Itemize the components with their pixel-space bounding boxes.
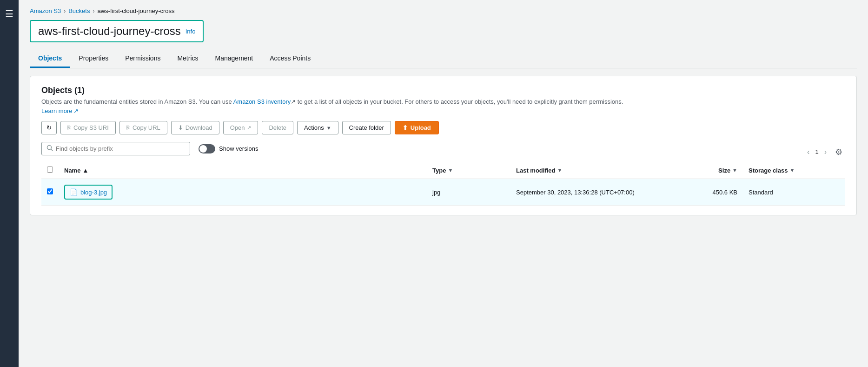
copy-s3-uri-button[interactable]: ⎘ Copy S3 URI — [60, 121, 116, 134]
search-filter-row: Show versions — [41, 142, 258, 155]
toggle-thumb — [199, 145, 207, 153]
tabs: Objects Properties Permissions Metrics M… — [30, 50, 857, 68]
upload-icon: ⬆ — [403, 124, 408, 131]
breadcrumb: Amazon S3 › Buckets › aws-first-cloud-jo… — [30, 7, 857, 14]
prev-page-button[interactable]: ‹ — [804, 147, 812, 157]
file-link[interactable]: blog-3.jpg — [80, 189, 107, 196]
next-page-button[interactable]: › — [822, 147, 829, 157]
select-all-col — [41, 162, 59, 179]
row-lastmod-cell: September 30, 2023, 13:36:28 (UTC+07:00) — [510, 179, 650, 206]
actions-button[interactable]: Actions ▼ — [297, 121, 338, 134]
sidebar: ☰ — [0, 0, 19, 367]
breadcrumb-sep-2: › — [93, 8, 94, 14]
row-checkbox-cell — [41, 179, 59, 206]
bucket-title-box: aws-first-cloud-journey-cross Info — [30, 20, 204, 42]
tab-access-points[interactable]: Access Points — [261, 50, 319, 68]
create-folder-button[interactable]: Create folder — [342, 121, 391, 134]
refresh-icon: ↻ — [46, 124, 52, 131]
panel-desc: Objects are the fundamental entities sto… — [41, 98, 845, 105]
row-storage-cell: Standard — [743, 179, 845, 206]
col-header-name[interactable]: Name ▲ — [59, 162, 427, 179]
row-size-cell: 450.6 KB — [650, 179, 743, 206]
svg-line-1 — [51, 149, 53, 151]
page-number: 1 — [815, 148, 818, 155]
search-icon — [46, 145, 53, 153]
inventory-link[interactable]: Amazon S3 inventory — [233, 98, 291, 105]
upload-button[interactable]: ⬆ Upload — [395, 121, 439, 134]
breadcrumb-buckets[interactable]: Buckets — [68, 7, 90, 14]
table-row: 📄 blog-3.jpg jpg September 30, 2023, 13:… — [41, 179, 845, 206]
file-icon: 📄 — [70, 188, 78, 196]
copy-url-button[interactable]: ⎘ Copy URL — [119, 121, 167, 134]
breadcrumb-sep-1: › — [64, 8, 66, 14]
delete-button[interactable]: Delete — [262, 121, 293, 134]
filter-pagination-row: Show versions ‹ 1 › ⚙ — [41, 142, 845, 162]
table-body: 📄 blog-3.jpg jpg September 30, 2023, 13:… — [41, 179, 845, 206]
tab-permissions[interactable]: Permissions — [117, 50, 169, 68]
download-icon: ⬇ — [178, 124, 183, 131]
row-name-cell: 📄 blog-3.jpg — [59, 179, 427, 206]
sort-icon-type: ▼ — [448, 167, 453, 173]
refresh-button[interactable]: ↻ — [41, 121, 57, 134]
col-header-lastmod[interactable]: Last modified ▼ — [510, 162, 650, 179]
col-header-type[interactable]: Type ▼ — [427, 162, 510, 179]
tab-properties[interactable]: Properties — [70, 50, 117, 68]
search-input[interactable] — [56, 145, 185, 152]
hamburger-icon[interactable]: ☰ — [5, 8, 13, 20]
panel-title: Objects (1) — [41, 86, 845, 95]
copy-icon-2: ⎘ — [126, 124, 130, 131]
row-type-cell: jpg — [427, 179, 510, 206]
row-checkbox[interactable] — [47, 188, 53, 194]
sort-icon-size: ▼ — [732, 167, 737, 173]
col-header-storage[interactable]: Storage class ▼ — [743, 162, 845, 179]
col-header-size[interactable]: Size ▼ — [650, 162, 743, 179]
bucket-title: aws-first-cloud-journey-cross — [38, 25, 181, 38]
download-button[interactable]: ⬇ Download — [171, 121, 219, 134]
learn-more-link[interactable]: Learn more↗ — [41, 107, 79, 114]
objects-table: Name ▲ Type ▼ Last modified ▼ Size ▼ Sto — [41, 162, 845, 206]
search-box[interactable] — [41, 142, 190, 155]
sort-icon-lastmod: ▼ — [557, 167, 563, 173]
table-settings-button[interactable]: ⚙ — [832, 146, 845, 158]
sort-asc-icon: ▲ — [82, 167, 88, 174]
show-versions: Show versions — [199, 144, 258, 153]
show-versions-toggle[interactable] — [199, 144, 215, 153]
breadcrumb-amazon-s3[interactable]: Amazon S3 — [30, 7, 61, 14]
external-icon: ↗ — [247, 125, 251, 131]
tab-objects[interactable]: Objects — [30, 50, 70, 68]
tab-management[interactable]: Management — [207, 50, 262, 68]
objects-panel: Objects (1) Objects are the fundamental … — [30, 76, 857, 215]
chevron-down-icon: ▼ — [326, 125, 331, 131]
info-badge[interactable]: Info — [186, 28, 196, 35]
sort-icon-storage: ▼ — [790, 167, 795, 173]
breadcrumb-current: aws-first-cloud-journey-cross — [97, 7, 174, 14]
show-versions-label: Show versions — [219, 145, 258, 152]
tab-metrics[interactable]: Metrics — [169, 50, 206, 68]
main-content: Amazon S3 › Buckets › aws-first-cloud-jo… — [19, 0, 868, 367]
copy-icon-1: ⎘ — [67, 124, 71, 131]
select-all-checkbox[interactable] — [47, 167, 53, 173]
table-header: Name ▲ Type ▼ Last modified ▼ Size ▼ Sto — [41, 162, 845, 179]
open-button[interactable]: Open ↗ — [223, 121, 258, 134]
pagination-row: ‹ 1 › ⚙ — [804, 146, 845, 158]
toolbar: ↻ ⎘ Copy S3 URI ⎘ Copy URL ⬇ Download Op… — [41, 121, 845, 134]
